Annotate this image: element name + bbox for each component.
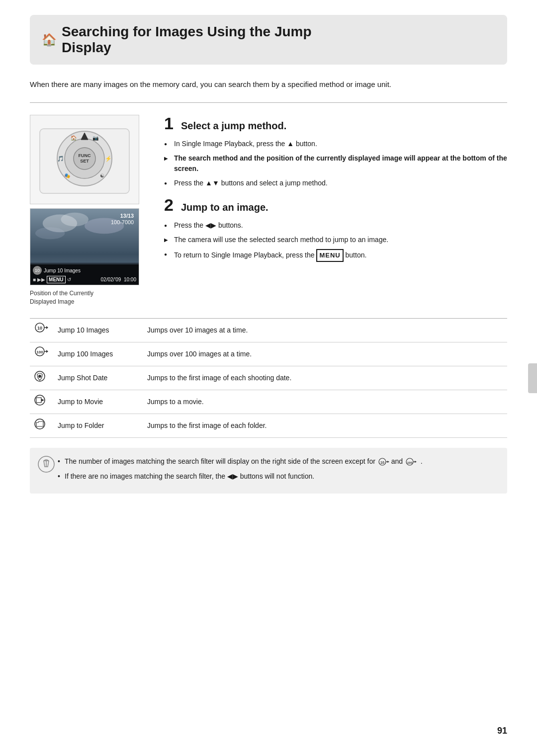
scroll-tab[interactable] [528, 363, 537, 393]
note-bullet-1: The number of images matching the search… [58, 456, 497, 467]
screen-bottom-bar: 10 Jump 10 Images ■ ▶▶ MENU ↺ 02/02/'09 … [30, 264, 139, 285]
svg-text:100: 100 [407, 461, 413, 464]
table-row: 100 Jump 100 Images Jumps over 100 image… [30, 342, 507, 366]
jumpfolder-icon [33, 418, 48, 432]
step1-header: 1 Select a jump method. [164, 115, 507, 132]
step2-header: 2 Jump to an image. [164, 196, 507, 213]
page-title: Searching for Images Using the JumpDispl… [62, 24, 312, 56]
svg-marker-44 [415, 461, 417, 463]
svg-text:SET: SET [80, 159, 89, 164]
svg-text:🏠: 🏠 [71, 135, 77, 141]
svg-point-29 [38, 375, 41, 378]
camera-screen-image: 13/13 100-7000 10 Jump 10 Images ■ ▶▶ ME… [30, 208, 139, 285]
jump100-icon: 100 [33, 346, 48, 360]
main-content: FUNC SET 🎵 ⚡ 🎭 ☯ 🏠 📷 [30, 115, 507, 306]
svg-marker-32 [41, 399, 44, 402]
step1-bullet-3: Press the ▲▼ buttons and select a jump m… [164, 178, 507, 188]
step2-bullet-2: The camera will use the selected search … [164, 235, 507, 245]
jumpdate-icon [33, 370, 48, 384]
table-row: Jump Shot Date Jumps to the first image … [30, 366, 507, 390]
svg-text:☯: ☯ [100, 173, 104, 178]
camera-dial-image: FUNC SET 🎵 ⚡ 🎭 ☯ 🏠 📷 [30, 115, 139, 204]
svg-text:🎭: 🎭 [64, 172, 71, 179]
title-box: 🏠 Searching for Images Using the JumpDis… [30, 15, 507, 65]
svg-marker-23 [46, 326, 48, 329]
table-row: Jump to Folder Jumps to the first image … [30, 414, 507, 437]
intro-paragraph: When there are many images on the memory… [30, 79, 507, 90]
svg-text:10: 10 [37, 326, 42, 331]
section-divider [30, 102, 507, 103]
left-column: FUNC SET 🎵 ⚡ 🎭 ☯ 🏠 📷 [30, 115, 149, 306]
jumpmovie-icon [33, 394, 48, 408]
step1-bullet-2: The search method and the position of th… [164, 153, 507, 174]
svg-text:🎵: 🎵 [57, 155, 64, 162]
svg-text:13/13: 13/13 [120, 213, 134, 219]
svg-point-16 [35, 227, 65, 239]
note-icon [38, 456, 55, 480]
jump-methods-table: 10 Jump 10 Images Jumps over 10 images a… [30, 318, 507, 438]
step1-bullet-list: In Single Image Playback, press the ▲ bu… [164, 139, 507, 188]
page-number: 91 [497, 726, 507, 736]
step2-bullet-3: To return to Single Image Playback, pres… [164, 249, 507, 262]
title-icon: 🏠 [42, 33, 57, 47]
svg-point-14 [61, 213, 88, 227]
svg-text:⚡: ⚡ [105, 155, 112, 162]
svg-marker-40 [387, 461, 389, 463]
svg-text:10: 10 [380, 461, 384, 464]
svg-text:100: 100 [36, 350, 43, 354]
svg-text:100-7000: 100-7000 [111, 219, 134, 225]
step1-bullet-1: In Single Image Playback, press the ▲ bu… [164, 139, 507, 149]
step2-bullet-list: Press the ◀▶ buttons. The camera will us… [164, 220, 507, 262]
svg-text:FUNC: FUNC [79, 153, 91, 158]
svg-rect-31 [36, 398, 41, 403]
table-row: 10 Jump 10 Images Jumps over 10 images a… [30, 318, 507, 342]
note-j10-icon: 10 [377, 457, 389, 466]
note-j100-icon: 100 [405, 457, 419, 466]
svg-text:📷: 📷 [92, 135, 99, 141]
svg-marker-27 [46, 350, 48, 353]
menu-button-label: MENU [316, 249, 343, 262]
step2-bullet-1: Press the ◀▶ buttons. [164, 220, 507, 231]
position-label: Position of the Currently Displayed Imag… [30, 289, 149, 306]
note-box: The number of images matching the search… [30, 448, 507, 494]
table-row: Jump to Movie Jumps to a movie. [30, 390, 507, 414]
jump10-icon: 10 [33, 323, 48, 336]
note-bullet-2: If there are no images matching the sear… [58, 471, 497, 482]
right-column: 1 Select a jump method. In Single Image … [164, 115, 507, 306]
